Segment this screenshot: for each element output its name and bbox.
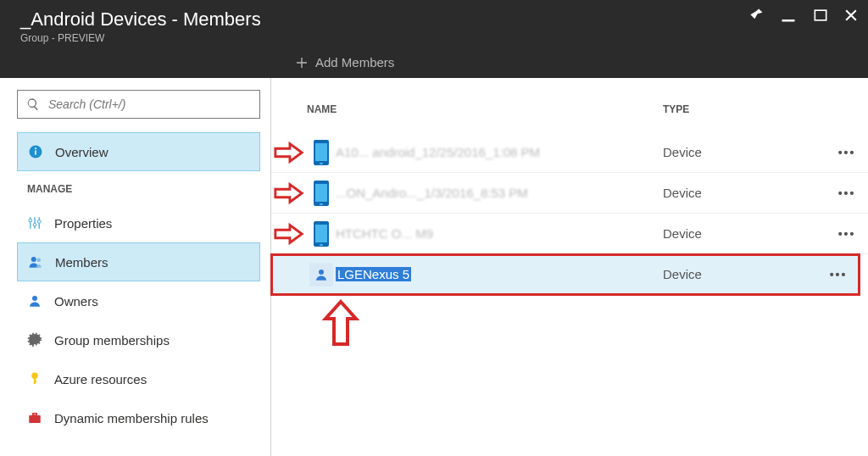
- manage-section-label: MANAGE: [17, 171, 260, 203]
- pin-icon[interactable]: [748, 7, 765, 24]
- svg-point-16: [319, 270, 324, 275]
- sidebar-item-label: Group memberships: [54, 333, 170, 348]
- main-content: NAME TYPE A10... android_12/25/2016_1:08…: [271, 78, 868, 456]
- add-members-button[interactable]: Add Members: [295, 55, 394, 70]
- page-title: _Android Devices - Members: [20, 8, 261, 31]
- search-input[interactable]: [48, 97, 251, 111]
- svg-rect-0: [782, 19, 795, 22]
- info-icon: [28, 144, 43, 159]
- sidebar-item-members[interactable]: Members: [17, 242, 260, 281]
- device-icon: [307, 181, 336, 206]
- maximize-icon[interactable]: [812, 7, 829, 24]
- sidebar-item-label: Overview: [55, 145, 108, 159]
- svg-rect-14: [29, 415, 41, 423]
- add-members-label: Add Members: [315, 55, 394, 70]
- table-row[interactable]: ...ON_Andro..._1/3/2016_8:53 PM Device •…: [271, 173, 868, 214]
- blade-header: _Android Devices - Members Group - PREVI…: [0, 0, 868, 78]
- members-icon: [28, 254, 43, 270]
- table-row-highlighted[interactable]: LGENexus 5 Device •••: [271, 254, 860, 295]
- svg-point-5: [29, 219, 32, 222]
- gear-icon: [27, 332, 42, 348]
- user-icon: [307, 263, 336, 286]
- device-name: LGENexus 5: [336, 267, 663, 281]
- minimize-icon[interactable]: [778, 7, 798, 24]
- sidebar-item-dynamic-rules[interactable]: Dynamic membership rules: [17, 398, 260, 437]
- svg-point-9: [37, 259, 42, 263]
- table-row[interactable]: HTCHTC O... M9 Device •••: [271, 214, 868, 254]
- sidebar-item-label: Members: [55, 255, 108, 270]
- svg-point-10: [32, 296, 37, 301]
- sidebar-item-azure-resources[interactable]: Azure resources: [17, 359, 260, 398]
- row-menu-button[interactable]: •••: [817, 268, 860, 281]
- sidebar: Overview MANAGE Properties Members Owner…: [0, 78, 271, 456]
- device-name: ...ON_Andro..._1/3/2016_8:53 PM: [336, 186, 663, 200]
- sidebar-item-label: Properties: [54, 216, 112, 231]
- sliders-icon: [27, 215, 42, 231]
- device-type: Device: [663, 145, 826, 159]
- briefcase-icon: [27, 410, 42, 425]
- svg-point-6: [33, 223, 36, 226]
- svg-rect-13: [34, 381, 37, 382]
- table-header: NAME TYPE: [271, 78, 868, 132]
- device-type: Device: [663, 267, 817, 281]
- svg-point-11: [31, 373, 38, 380]
- annotation-arrow: [273, 222, 305, 246]
- device-icon: [307, 140, 336, 165]
- svg-point-8: [31, 257, 36, 262]
- svg-point-7: [37, 220, 41, 224]
- search-box[interactable]: [17, 90, 260, 119]
- close-icon[interactable]: [843, 7, 860, 24]
- sidebar-item-label: Azure resources: [54, 372, 147, 386]
- annotation-arrow: [273, 181, 305, 205]
- table-row[interactable]: A10... android_12/25/2016_1:08 PM Device…: [271, 132, 868, 173]
- page-subtitle: Group - PREVIEW: [0, 32, 868, 44]
- svg-rect-15: [33, 414, 37, 415]
- sidebar-item-owners[interactable]: Owners: [17, 281, 260, 320]
- svg-rect-1: [815, 10, 826, 20]
- sidebar-item-label: Dynamic membership rules: [54, 411, 209, 425]
- row-menu-button[interactable]: •••: [826, 227, 868, 241]
- sidebar-item-label: Owners: [54, 294, 98, 309]
- plus-icon: [295, 56, 309, 70]
- sidebar-item-properties[interactable]: Properties: [17, 203, 260, 242]
- annotation-arrow: [273, 141, 305, 164]
- svg-rect-3: [35, 151, 36, 155]
- device-name: HTCHTC O... M9: [336, 226, 663, 241]
- row-menu-button[interactable]: •••: [826, 186, 868, 200]
- annotation-arrow-up: [322, 299, 359, 347]
- window-controls: [748, 7, 860, 24]
- device-name: A10... android_12/25/2016_1:08 PM: [336, 145, 663, 159]
- device-type: Device: [663, 186, 826, 200]
- owners-icon: [27, 293, 42, 309]
- svg-point-4: [35, 147, 36, 149]
- device-type: Device: [663, 226, 826, 241]
- sidebar-item-overview[interactable]: Overview: [17, 132, 260, 171]
- row-menu-button[interactable]: •••: [826, 146, 868, 159]
- key-icon: [27, 371, 42, 386]
- col-header-type[interactable]: TYPE: [663, 103, 868, 115]
- search-icon: [26, 97, 40, 111]
- sidebar-item-group-memberships[interactable]: Group memberships: [17, 320, 260, 359]
- col-header-name[interactable]: NAME: [307, 103, 663, 115]
- device-icon: [307, 221, 336, 247]
